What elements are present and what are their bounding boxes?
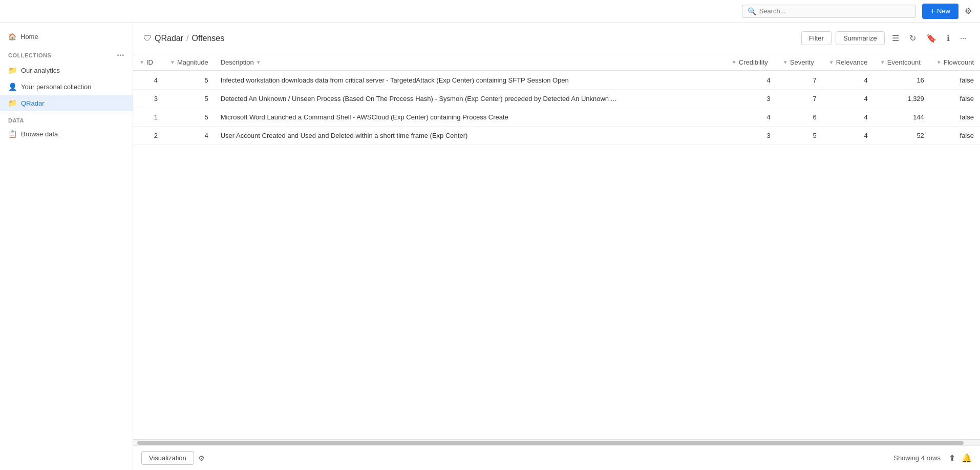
cell-credibility: 3	[726, 90, 777, 108]
col-label-credibility: Credibility	[739, 58, 768, 66]
search-container: 🔍	[742, 5, 916, 18]
list-icon: 📋	[8, 130, 17, 138]
new-button[interactable]: + New	[922, 4, 958, 19]
bookmark-icon[interactable]: 🔖	[923, 31, 940, 46]
col-label-eventcount: Eventcount	[887, 58, 921, 66]
search-icon: 🔍	[748, 7, 756, 15]
cell-magnitude: 5	[164, 90, 215, 108]
cell-description: User Account Created and Used and Delete…	[215, 127, 726, 145]
col-header-magnitude[interactable]: ▼ Magnitude	[164, 54, 215, 71]
home-icon: 🏠	[8, 33, 16, 40]
col-header-description[interactable]: Description ▼	[215, 54, 726, 71]
table-row[interactable]: 2 4 User Account Created and Used and De…	[133, 127, 980, 145]
visualization-section: Visualization ⚙	[141, 451, 205, 465]
info-icon[interactable]: ℹ	[944, 31, 953, 46]
settings-icon[interactable]: ⚙	[965, 6, 972, 16]
refresh-icon[interactable]: ↻	[906, 31, 919, 46]
table-row[interactable]: 4 5 Infected workstation downloads data …	[133, 71, 980, 90]
content-area: 🛡 QRadar / Offenses Filter Summarize ☰ ↻…	[133, 23, 980, 470]
cell-severity: 6	[777, 108, 823, 127]
table-row[interactable]: 1 5 Microsoft Word Launched a Command Sh…	[133, 108, 980, 127]
summarize-button[interactable]: Summarize	[836, 31, 885, 45]
sort-icon: ▼	[880, 59, 885, 65]
cell-id: 3	[133, 90, 164, 108]
cell-eventcount: 16	[874, 71, 930, 90]
bottom-right: Showing 4 rows ⬆ 🔔	[893, 453, 972, 463]
cell-description: Detected An Unknown / Unseen Process (Ba…	[215, 90, 726, 108]
col-header-id[interactable]: ▼ ID	[133, 54, 164, 71]
showing-rows-label: Showing 4 rows	[893, 454, 941, 462]
cell-magnitude: 5	[164, 71, 215, 90]
cell-credibility: 3	[726, 127, 777, 145]
cell-credibility: 4	[726, 71, 777, 90]
scrollbar-track	[133, 440, 980, 445]
col-label-severity: Severity	[790, 58, 814, 66]
col-header-eventcount[interactable]: ▼ Eventcount	[874, 54, 930, 71]
content-header: 🛡 QRadar / Offenses Filter Summarize ☰ ↻…	[133, 23, 980, 54]
cell-eventcount: 1,329	[874, 90, 930, 108]
download-icon[interactable]: ⬆	[949, 453, 955, 463]
bottom-icons: ⬆ 🔔	[949, 453, 972, 463]
sort-icon: ▼	[139, 59, 144, 65]
sidebar-item-our-analytics[interactable]: 📁 Our analytics	[0, 62, 133, 78]
search-input[interactable]	[759, 7, 910, 15]
breadcrumb: 🛡 QRadar / Offenses	[143, 34, 224, 43]
sidebar-item-label: Your personal collection	[21, 83, 92, 91]
cell-description: Microsoft Word Launched a Command Shell …	[215, 108, 726, 127]
collections-section-header: COLLECTIONS ···	[0, 45, 133, 62]
settings-icon[interactable]: ☰	[889, 31, 902, 46]
folder-icon: 📁	[8, 99, 17, 107]
col-header-relevance[interactable]: ▼ Relevance	[823, 54, 874, 71]
sidebar-item-qradar[interactable]: 📁 QRadar	[0, 95, 133, 111]
offenses-table: ▼ ID ▼ Magnitude Descrip	[133, 54, 980, 145]
sort-icon: ▼	[256, 59, 261, 65]
sort-icon: ▼	[170, 59, 175, 65]
cell-description: Infected workstation downloads data from…	[215, 71, 726, 90]
sidebar-item-personal[interactable]: 👤 Your personal collection	[0, 78, 133, 95]
cell-relevance: 4	[823, 71, 874, 90]
shield-icon: 🛡	[143, 34, 152, 43]
cell-id: 1	[133, 108, 164, 127]
sort-icon: ▼	[732, 59, 737, 65]
cell-id: 4	[133, 71, 164, 90]
col-label-flowcount: Flowcount	[944, 58, 974, 66]
sidebar-item-browse-data[interactable]: 📋 Browse data	[0, 126, 133, 142]
viz-settings-icon[interactable]: ⚙	[198, 454, 205, 462]
filter-button[interactable]: Filter	[801, 31, 832, 45]
person-icon: 👤	[8, 83, 17, 91]
visualization-button[interactable]: Visualization	[141, 451, 194, 465]
cell-eventcount: 144	[874, 108, 930, 127]
table-row[interactable]: 3 5 Detected An Unknown / Unseen Process…	[133, 90, 980, 108]
sidebar-home-label: Home	[20, 33, 38, 40]
scrollbar-thumb[interactable]	[137, 441, 964, 445]
cell-relevance: 4	[823, 108, 874, 127]
cell-relevance: 4	[823, 127, 874, 145]
folder-icon: 📁	[8, 66, 17, 74]
table-header-row: ▼ ID ▼ Magnitude Descrip	[133, 54, 980, 71]
table-scrollbar[interactable]	[133, 439, 980, 445]
header-actions: Filter Summarize ☰ ↻ 🔖 ℹ ···	[801, 31, 970, 46]
sidebar-item-label: Our analytics	[21, 67, 60, 74]
sidebar-item-home[interactable]: 🏠 Home	[0, 29, 133, 45]
col-header-flowcount[interactable]: ▼ Flowcount	[930, 54, 980, 71]
plus-icon: +	[930, 7, 935, 16]
sidebar-item-label: QRadar	[21, 99, 45, 107]
table-container: ▼ ID ▼ Magnitude Descrip	[133, 54, 980, 439]
bell-icon[interactable]: 🔔	[962, 453, 972, 463]
more-icon[interactable]: ···	[957, 31, 970, 46]
cell-magnitude: 4	[164, 127, 215, 145]
main-layout: 🏠 Home COLLECTIONS ··· 📁 Our analytics 👤…	[0, 23, 980, 470]
col-header-severity[interactable]: ▼ Severity	[777, 54, 823, 71]
cell-severity: 5	[777, 127, 823, 145]
cell-flowcount: false	[930, 90, 980, 108]
cell-credibility: 4	[726, 108, 777, 127]
col-label-description: Description	[221, 58, 254, 66]
cell-flowcount: false	[930, 108, 980, 127]
collections-more-icon[interactable]: ···	[117, 51, 124, 60]
breadcrumb-current: Offenses	[191, 34, 224, 43]
sort-icon: ▼	[936, 59, 942, 65]
data-section-header: DATA	[0, 111, 133, 126]
sort-icon: ▼	[829, 59, 834, 65]
col-header-credibility[interactable]: ▼ Credibility	[726, 54, 777, 71]
cell-relevance: 4	[823, 90, 874, 108]
